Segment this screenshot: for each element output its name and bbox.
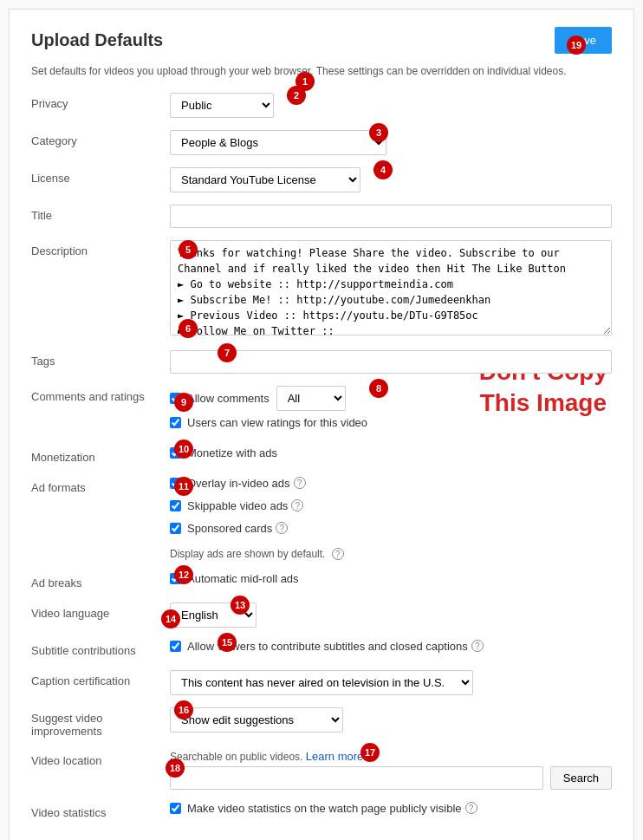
sponsored-label: Sponsored cards: [187, 522, 272, 535]
video-location-label: Video location: [31, 750, 170, 767]
monetize-row: Monetize with ads: [170, 446, 612, 459]
location-sublabel: Searchable on public videos. Learn more: [170, 750, 612, 763]
category-select[interactable]: People & Blogs Film & Animation Music Sp…: [170, 130, 386, 155]
subtitle-row: Subtitle contributions Allow viewers to …: [31, 640, 612, 658]
ratings-row: Users can view ratings for this video: [170, 416, 612, 429]
annotation-14: 14: [161, 609, 180, 628]
overlay-row: Overlay in-video ads ?: [170, 477, 612, 490]
skippable-row: Skippable video ads ?: [170, 499, 612, 512]
monetization-control: Monetize with ads: [170, 446, 612, 465]
comments-label: Comments and ratings: [31, 386, 170, 403]
midroll-row: Automatic mid-roll ads: [170, 572, 612, 585]
annotation-8: 8: [369, 379, 388, 398]
subtitle-checkbox[interactable]: [170, 641, 181, 652]
subtitle-label: Subtitle contributions: [31, 640, 170, 657]
annotation-6: 6: [179, 319, 198, 338]
skippable-label: Skippable video ads: [187, 499, 288, 512]
location-input-row: Search: [170, 766, 612, 790]
annotation-17: 17: [360, 743, 380, 762]
title-control: [170, 205, 612, 228]
stats-check-row: Make video statistics on the watch page …: [170, 802, 612, 815]
comments-control: Allow comments All Approved None Users c…: [170, 386, 612, 434]
description-label: Description: [31, 240, 170, 257]
video-stats-label: Video statistics: [31, 802, 170, 819]
suggest-label: Suggest video improvements: [31, 707, 170, 738]
suggest-select[interactable]: Show edit suggestions Hide edit suggesti…: [170, 707, 343, 733]
annotation-19: 19: [567, 36, 586, 55]
video-language-row: Video language English Spanish French Ge…: [31, 602, 612, 628]
monetize-label: Monetize with ads: [187, 446, 277, 459]
sponsored-row: Sponsored cards ?: [170, 522, 612, 535]
license-select[interactable]: Standard YouTube License Creative Common…: [170, 167, 360, 192]
video-location-control: Searchable on public videos. Learn more …: [170, 750, 612, 790]
video-stats-checkbox[interactable]: [170, 803, 181, 814]
privacy-select[interactable]: Public Private Unlisted: [170, 93, 274, 118]
skippable-checkbox[interactable]: [170, 500, 181, 511]
annotation-9: 9: [174, 393, 193, 412]
monetization-label: Monetization: [31, 446, 170, 464]
video-stats-control: Make video statistics on the watch page …: [170, 802, 612, 820]
annotation-16: 16: [174, 700, 193, 720]
category-label: Category: [31, 130, 170, 147]
comments-select[interactable]: All Approved None: [276, 386, 346, 411]
allow-comments-row: Allow comments All Approved None: [170, 386, 612, 411]
ad-breaks-row: Ad breaks Automatic mid-roll ads 12: [31, 572, 612, 590]
caption-control: This content has never aired on televisi…: [170, 670, 612, 695]
annotation-18: 18: [166, 759, 185, 778]
annotation-5: 5: [179, 240, 198, 259]
annotation-4: 4: [373, 160, 393, 179]
sponsored-checkbox[interactable]: [170, 523, 181, 534]
caption-label: Caption certification: [31, 670, 170, 687]
tags-row: Tags 7: [31, 350, 612, 374]
annotation-7: 7: [218, 343, 237, 362]
stats-help-icon[interactable]: ?: [465, 802, 477, 814]
video-stats-check-label: Make video statistics on the watch page …: [187, 802, 462, 815]
ad-breaks-label: Ad breaks: [31, 572, 170, 589]
display-ads-note: Display ads are shown by default. ?: [170, 548, 612, 560]
annotation-10: 10: [174, 440, 193, 459]
skippable-help-icon[interactable]: ?: [291, 499, 303, 511]
title-row: Title: [31, 205, 612, 228]
suggest-row: Suggest video improvements Show edit sug…: [31, 707, 612, 738]
privacy-control: Public Private Unlisted: [170, 93, 612, 118]
ad-formats-control: Overlay in-video ads ? Skippable video a…: [170, 477, 612, 560]
subtitle-help-icon[interactable]: ?: [471, 640, 484, 652]
comments-select-wrapper: All Approved None: [276, 386, 346, 411]
video-stats-row: Video statistics Make video statistics o…: [31, 802, 612, 820]
privacy-row: Privacy Public Private Unlisted 2: [31, 93, 612, 118]
comments-row: Comments and ratings Allow comments All …: [31, 386, 612, 434]
overlay-label: Overlay in-video ads: [187, 477, 290, 490]
video-language-label: Video language: [31, 602, 170, 620]
video-location-row: Video location Searchable on public vide…: [31, 750, 612, 790]
learn-more-link[interactable]: Learn more: [306, 750, 363, 763]
description-row: Description Thanks for watching! Please …: [31, 240, 612, 338]
subtitle-text: Set defaults for videos you upload throu…: [31, 64, 612, 79]
caption-select[interactable]: This content has never aired on televisi…: [170, 670, 473, 695]
video-location-input[interactable]: [170, 766, 543, 790]
midroll-label: Automatic mid-roll ads: [187, 572, 299, 585]
tags-label: Tags: [31, 350, 170, 368]
category-control: People & Blogs Film & Animation Music Sp…: [170, 130, 612, 155]
sponsored-help-icon[interactable]: ?: [276, 522, 288, 534]
title-input[interactable]: [170, 205, 612, 228]
annotation-2: 2: [287, 86, 306, 105]
annotation-13: 13: [231, 596, 250, 615]
allow-comments-label: Allow comments: [187, 392, 270, 405]
annotation-12: 12: [174, 565, 193, 584]
overlay-help-icon[interactable]: ?: [294, 477, 306, 489]
annotation-11: 11: [174, 477, 193, 496]
ad-formats-label: Ad formats: [31, 477, 170, 494]
display-ads-help-icon[interactable]: ?: [332, 548, 344, 560]
description-control: Thanks for watching! Please Share the vi…: [170, 240, 612, 338]
ratings-label: Users can view ratings for this video: [187, 416, 367, 429]
description-textarea[interactable]: Thanks for watching! Please Share the vi…: [170, 240, 612, 335]
license-label: License: [31, 167, 170, 185]
ad-formats-row: Ad formats Overlay in-video ads ? Skippa…: [31, 477, 612, 560]
title-label: Title: [31, 205, 170, 222]
monetization-row: Monetization Monetize with ads 10: [31, 446, 612, 465]
ad-breaks-control: Automatic mid-roll ads: [170, 572, 612, 590]
page-title: Upload Defaults: [31, 30, 163, 50]
annotation-3: 3: [369, 123, 388, 142]
ratings-checkbox[interactable]: [170, 417, 181, 428]
search-button[interactable]: Search: [550, 766, 612, 790]
